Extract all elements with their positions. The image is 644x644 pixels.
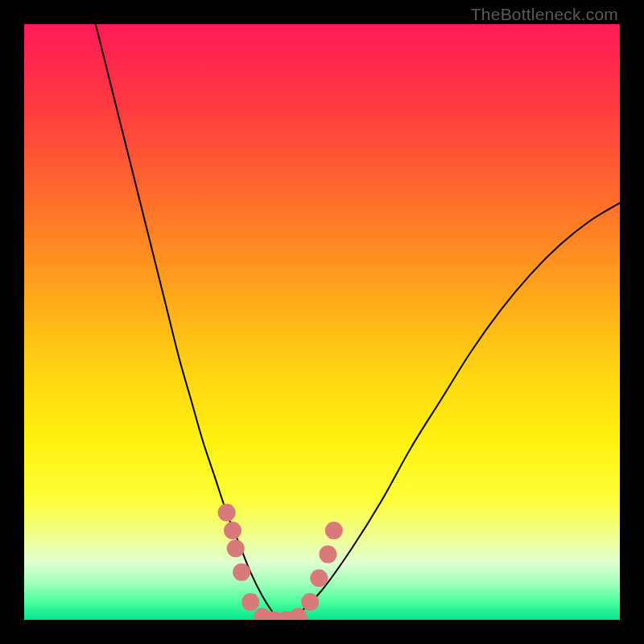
highlight-markers <box>218 504 343 620</box>
marker-point <box>227 539 245 557</box>
marker-point <box>301 593 319 611</box>
marker-point <box>319 546 336 564</box>
marker-point <box>218 504 236 522</box>
curve-layer <box>24 24 620 620</box>
marker-point <box>310 569 328 587</box>
marker-point <box>242 593 259 611</box>
marker-point <box>224 522 242 539</box>
marker-point <box>233 564 250 581</box>
watermark-text: TheBottleneck.com <box>471 5 618 24</box>
marker-point <box>289 608 307 620</box>
bottleneck-curve <box>96 24 620 620</box>
plot-area <box>24 24 620 620</box>
marker-point <box>325 522 343 539</box>
chart-frame: TheBottleneck.com <box>0 0 644 644</box>
